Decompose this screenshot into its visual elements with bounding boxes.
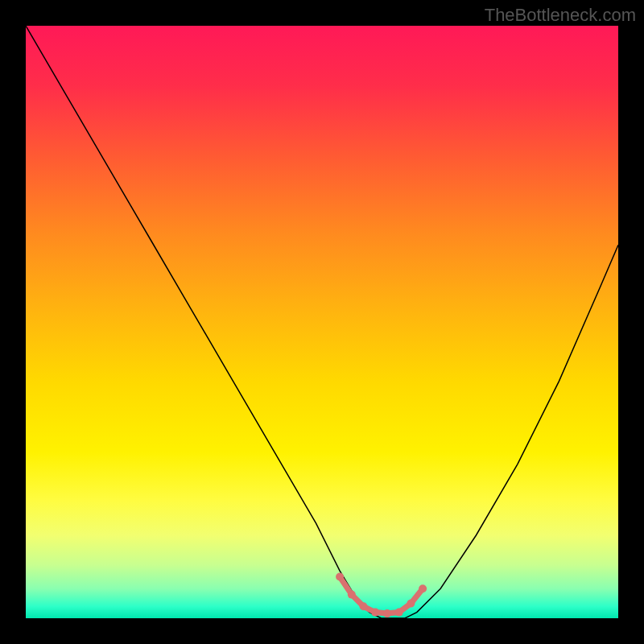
watermark-text: TheBottleneck.com [485, 5, 636, 26]
chart-plot-area [26, 26, 618, 618]
valley-marker-dot [383, 609, 391, 617]
valley-marker-dot [395, 609, 403, 617]
valley-marker-dot [336, 573, 344, 581]
valley-marker-dot [348, 591, 356, 599]
valley-marker-dot [407, 600, 415, 608]
valley-marker-dot [371, 609, 379, 617]
chart-svg [26, 26, 618, 618]
valley-marker-dot [360, 602, 368, 610]
bottleneck-curve-line [26, 26, 618, 618]
valley-marker-dot [419, 584, 427, 592]
